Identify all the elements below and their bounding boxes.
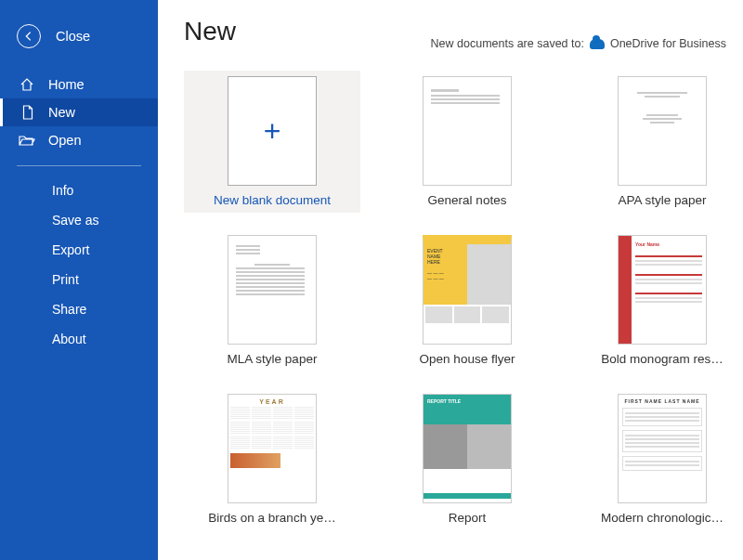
template-thumb: FIRST NAME LAST NAME (618, 394, 707, 503)
template-report[interactable]: REPORT TITLE Report (379, 388, 555, 530)
sidebar-divider (17, 165, 141, 166)
sidebar-item-new[interactable]: New (0, 98, 158, 126)
sidebar-item-home[interactable]: Home (0, 71, 158, 98)
template-thumb (423, 76, 512, 186)
template-modern-chronological-resume[interactable]: FIRST NAME LAST NAME Modern chronologic… (574, 388, 743, 530)
main-panel: New New documents are saved to: OneDrive… (158, 0, 743, 560)
saved-notice-text: New documents are saved to: (431, 37, 584, 50)
template-apa-style-paper[interactable]: APA style paper (574, 71, 743, 213)
template-label: General notes (428, 193, 507, 207)
sidebar-item-about[interactable]: About (0, 324, 158, 354)
file-icon (19, 105, 35, 120)
template-thumb (618, 76, 707, 186)
close-button[interactable]: Close (0, 19, 158, 71)
template-grid: + New blank document General notes (184, 71, 726, 530)
sidebar-item-export[interactable]: Export (0, 235, 158, 265)
template-open-house-flyer[interactable]: EVENTNAMEHERE— — —— — — Open house flyer (379, 229, 555, 371)
cloud-icon (590, 39, 605, 49)
template-label: Birds on a branch ye… (208, 511, 335, 525)
sidebar-item-label: Open (48, 133, 81, 148)
sidebar-item-share[interactable]: Share (0, 294, 158, 324)
sidebar-item-label: Home (48, 77, 85, 92)
template-label: APA style paper (618, 193, 706, 207)
template-bold-monogram-resume[interactable]: Your Name Bold monogram res… (574, 229, 743, 371)
folder-open-icon (19, 134, 35, 147)
template-mla-style-paper[interactable]: MLA style paper (184, 229, 360, 371)
template-thumb: + (228, 76, 317, 186)
template-label: Bold monogram res… (601, 352, 723, 366)
template-birds-on-branch-calendar[interactable]: YEAR Birds on a branch ye… (184, 388, 360, 530)
template-label: MLA style paper (228, 352, 318, 366)
saved-location-notice: New documents are saved to: OneDrive for… (184, 37, 726, 50)
plus-icon: + (264, 114, 281, 149)
template-thumb: Your Name (618, 235, 707, 345)
template-thumb: REPORT TITLE (423, 394, 512, 503)
template-label: New blank document (214, 193, 331, 207)
template-thumb (228, 235, 317, 345)
template-thumb: YEAR (228, 394, 317, 503)
template-label: Open house flyer (420, 352, 515, 366)
home-icon (19, 77, 35, 92)
sidebar-item-info[interactable]: Info (0, 176, 158, 205)
template-thumb: EVENTNAMEHERE— — —— — — (423, 235, 512, 345)
template-general-notes[interactable]: General notes (379, 71, 555, 213)
saved-location-link[interactable]: OneDrive for Business (610, 37, 726, 50)
back-arrow-icon (17, 24, 41, 48)
sidebar-item-label: New (48, 105, 75, 120)
close-label: Close (56, 29, 90, 44)
template-new-blank-document[interactable]: + New blank document (184, 71, 360, 213)
sidebar-item-save-as[interactable]: Save as (0, 205, 158, 235)
template-label: Report (449, 511, 487, 525)
template-label: Modern chronologic… (601, 511, 723, 525)
sidebar-item-open[interactable]: Open (0, 126, 158, 154)
backstage-sidebar: Close Home New Open Info Save as Export … (0, 0, 158, 560)
sidebar-item-print[interactable]: Print (0, 265, 158, 294)
